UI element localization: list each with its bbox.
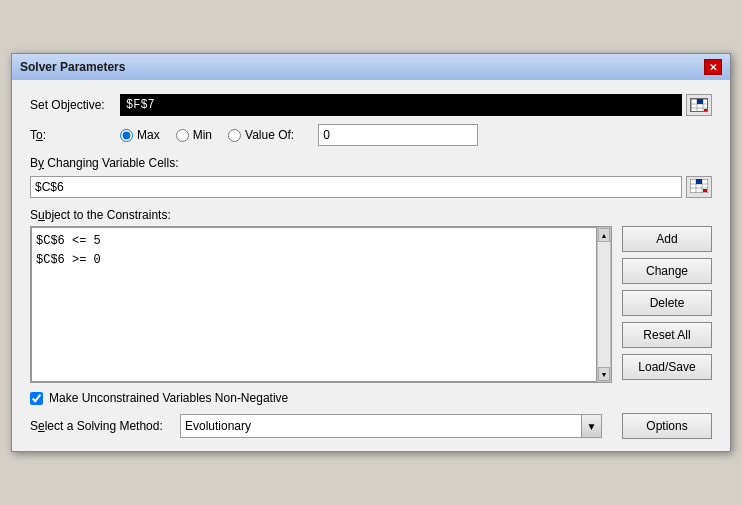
svg-rect-12 [696, 179, 702, 184]
options-button[interactable]: Options [622, 413, 712, 439]
side-buttons: Add Change Delete Reset All Load/Save [622, 226, 712, 380]
changing-label: By Changing Variable Cells: [30, 156, 712, 170]
constraint-item: $C$6 <= 5 [36, 232, 592, 251]
changing-cell-ref-button[interactable] [686, 176, 712, 198]
changing-cells-input[interactable] [30, 176, 682, 198]
svg-rect-5 [697, 99, 703, 104]
constraints-scrollbar[interactable]: ▲ ▼ [597, 227, 611, 382]
dialog-content: Set Objective: [12, 80, 730, 451]
nonnegative-checkbox[interactable] [30, 392, 43, 405]
solving-select-wrap: GRG Nonlinear Simplex LP Evolutionary ▼ [180, 414, 602, 438]
objective-cell-ref-button[interactable] [686, 94, 712, 116]
objective-input[interactable] [120, 94, 682, 116]
title-bar: Solver Parameters ✕ [12, 54, 730, 80]
svg-rect-13 [703, 189, 707, 192]
constraints-list[interactable]: $C$6 <= 5 $C$6 >= 0 [31, 227, 597, 382]
solver-window: Solver Parameters ✕ Set Objective: [11, 53, 731, 452]
scroll-up-arrow[interactable]: ▲ [598, 228, 610, 242]
solving-label: Select a Solving Method: [30, 419, 170, 433]
radio-min-input[interactable] [176, 129, 189, 142]
radio-valueof-label: Value Of: [245, 128, 294, 142]
dropdown-arrow-icon[interactable]: ▼ [582, 414, 602, 438]
constraints-area-row: $C$6 <= 5 $C$6 >= 0 ▲ ▼ Add Change Delet… [30, 226, 712, 383]
changing-row [30, 176, 712, 198]
scroll-down-arrow[interactable]: ▼ [598, 367, 610, 381]
objective-label: Set Objective: [30, 98, 120, 112]
objective-input-wrap [120, 94, 712, 116]
to-row: To: Max Min Value Of: [30, 124, 712, 146]
solving-row: Select a Solving Method: GRG Nonlinear S… [30, 413, 712, 439]
radio-group: Max Min Value Of: [120, 124, 712, 146]
add-button[interactable]: Add [622, 226, 712, 252]
constraints-label: Subject to the Constraints: [30, 208, 712, 222]
change-button[interactable]: Change [622, 258, 712, 284]
radio-max[interactable]: Max [120, 128, 160, 142]
value-of-input[interactable] [318, 124, 478, 146]
nonnegative-label: Make Unconstrained Variables Non-Negativ… [49, 391, 288, 405]
bottom-section: Make Unconstrained Variables Non-Negativ… [30, 391, 712, 439]
solving-method-select[interactable]: GRG Nonlinear Simplex LP Evolutionary [180, 414, 582, 438]
radio-min[interactable]: Min [176, 128, 212, 142]
checkbox-row: Make Unconstrained Variables Non-Negativ… [30, 391, 712, 405]
to-label: To: [30, 128, 120, 142]
radio-valueof[interactable]: Value Of: [228, 128, 294, 142]
radio-max-input[interactable] [120, 129, 133, 142]
cell-ref-icon [690, 98, 708, 112]
radio-valueof-input[interactable] [228, 129, 241, 142]
window-title: Solver Parameters [20, 60, 125, 74]
radio-max-label: Max [137, 128, 160, 142]
close-window-button[interactable]: ✕ [704, 59, 722, 75]
constraint-item: $C$6 >= 0 [36, 251, 592, 270]
svg-rect-6 [704, 109, 708, 112]
radio-min-label: Min [193, 128, 212, 142]
objective-row: Set Objective: [30, 94, 712, 116]
load-save-button[interactable]: Load/Save [622, 354, 712, 380]
reset-all-button[interactable]: Reset All [622, 322, 712, 348]
changing-cell-ref-icon [690, 179, 708, 196]
scroll-track [598, 242, 610, 367]
delete-button[interactable]: Delete [622, 290, 712, 316]
